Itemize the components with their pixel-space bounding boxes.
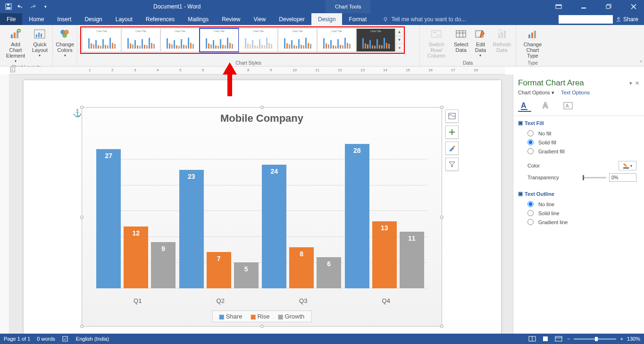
bar-rise-q1[interactable]: 12: [124, 227, 148, 288]
minimize-button[interactable]: [573, 0, 594, 13]
chart-style-5[interactable]: Chart Title: [239, 28, 278, 52]
bar-growth-q1[interactable]: 9: [151, 242, 176, 288]
bar-growth-q4[interactable]: 11: [400, 232, 424, 288]
bar-share-q1[interactable]: 27: [96, 149, 121, 288]
bar-share-q2[interactable]: 23: [179, 170, 204, 288]
undo-icon[interactable]: [17, 3, 25, 10]
bar-growth-q2[interactable]: 5: [234, 262, 259, 288]
chart-style-7[interactable]: Chart Title: [317, 28, 356, 52]
bar-rise-q3[interactable]: 8: [289, 247, 314, 288]
bar-rise-q4[interactable]: 13: [372, 221, 397, 288]
horizontal-ruler[interactable]: L 123456789101112131415161718: [9, 67, 505, 75]
tab-mailings[interactable]: Mailings: [181, 13, 215, 25]
collapse-ribbon-icon[interactable]: ^: [640, 60, 642, 65]
chart-styles-icon[interactable]: [445, 142, 459, 155]
chevron-down-icon[interactable]: ▼: [396, 36, 403, 44]
chart-title[interactable]: Mobile Company: [82, 108, 442, 125]
zoom-level[interactable]: 130%: [627, 336, 640, 342]
bar-share-q4[interactable]: 28: [345, 144, 369, 288]
bar-rise-q2[interactable]: 7: [207, 252, 231, 288]
bar-share-q3[interactable]: 24: [262, 165, 286, 288]
spellcheck-icon[interactable]: [62, 336, 69, 342]
chart-style-4[interactable]: Chart Title: [200, 28, 239, 52]
solid-fill-radio[interactable]: [527, 139, 534, 145]
web-layout-icon[interactable]: [554, 335, 563, 343]
textbox-icon[interactable]: A: [561, 101, 575, 112]
gallery-scroll[interactable]: ▲▼▾: [395, 28, 403, 52]
anchor-icon[interactable]: ⚓: [73, 109, 82, 117]
tell-me-search[interactable]: Tell me what you want to do...: [383, 13, 466, 25]
share-button[interactable]: Share: [616, 16, 638, 23]
chart-options-tab[interactable]: Chart Options ▾: [518, 90, 554, 96]
close-pane-icon[interactable]: ✕: [635, 80, 639, 86]
solid-line-radio[interactable]: [527, 210, 534, 216]
chart-plot-area[interactable]: 2712923752486281311: [96, 134, 427, 288]
tab-layout[interactable]: Layout: [109, 13, 139, 25]
tab-home[interactable]: Home: [22, 13, 50, 25]
page-indicator[interactable]: Page 1 of 1: [4, 336, 30, 342]
bar-growth-q3[interactable]: 6: [317, 257, 341, 288]
save-icon[interactable]: [5, 3, 12, 10]
word-count[interactable]: 0 words: [37, 336, 55, 342]
chart-style-1[interactable]: Chart Title: [82, 28, 121, 52]
redo-icon[interactable]: [29, 3, 37, 10]
document-canvas[interactable]: ⚓ Mobile Company 2712923752486281311 Q1Q…: [9, 75, 513, 334]
select-data-button[interactable]: Select Data: [452, 26, 470, 54]
vertical-ruler[interactable]: [0, 75, 9, 334]
chart-style-8[interactable]: Chart Title: [356, 28, 395, 52]
text-fill-outline-icon[interactable]: A: [518, 101, 531, 112]
transparency-spinner[interactable]: 0%: [609, 173, 636, 182]
chart-style-6[interactable]: Chart Title: [278, 28, 317, 52]
chart-legend[interactable]: ShareRiseGrowth: [212, 310, 312, 322]
language-indicator[interactable]: English (India): [76, 336, 109, 342]
chart-object[interactable]: Mobile Company 2712923752486281311 Q1Q2Q…: [82, 107, 442, 327]
gradient-line-radio[interactable]: [527, 219, 534, 225]
tab-insert[interactable]: Insert: [50, 13, 78, 25]
text-outline-header[interactable]: ▣Text Outline: [518, 191, 639, 197]
close-button[interactable]: [623, 0, 644, 13]
tab-references[interactable]: References: [139, 13, 181, 25]
edit-data-icon: [474, 27, 487, 41]
change-colors-button[interactable]: Change Colors▾: [54, 26, 76, 59]
task-pane-options-icon[interactable]: ▾: [629, 80, 632, 86]
chart-style-3[interactable]: Chart Title: [160, 28, 200, 52]
chart-elements-icon[interactable]: [445, 126, 459, 139]
quick-layout-button[interactable]: Quick Layout▾: [30, 26, 50, 59]
chart-filters-icon[interactable]: [445, 158, 459, 171]
svg-rect-20: [36, 34, 37, 37]
zoom-slider[interactable]: [574, 338, 616, 340]
layout-options-icon[interactable]: [445, 109, 459, 123]
zoom-in-icon[interactable]: +: [620, 336, 623, 342]
text-fill-header[interactable]: ▣Text Fill: [518, 120, 639, 126]
ribbon-display-icon[interactable]: [548, 0, 569, 13]
chevron-up-icon[interactable]: ▲: [396, 28, 403, 36]
text-options-tab[interactable]: Text Options: [561, 90, 590, 96]
tab-view[interactable]: View: [247, 13, 273, 25]
print-layout-icon[interactable]: [541, 335, 550, 343]
restore-button[interactable]: [598, 0, 619, 13]
tab-file[interactable]: File: [0, 13, 22, 25]
svg-rect-22: [41, 34, 42, 37]
tab-review[interactable]: Review: [215, 13, 247, 25]
no-fill-radio[interactable]: [527, 130, 534, 136]
chart-styles-gallery[interactable]: Chart Title Chart Title Chart Title Char…: [80, 26, 405, 54]
chart-style-2[interactable]: Chart Title: [121, 28, 160, 52]
transparency-slider[interactable]: [583, 177, 606, 178]
gallery-more-icon[interactable]: ▾: [396, 44, 403, 52]
gradient-fill-radio[interactable]: [527, 148, 534, 154]
no-line-radio[interactable]: [527, 201, 534, 207]
change-chart-type-button[interactable]: Change Chart Type: [519, 26, 546, 59]
svg-rect-33: [501, 33, 503, 38]
add-chart-element-button[interactable]: Add Chart Element▾: [3, 26, 28, 65]
tab-design[interactable]: Design: [78, 13, 109, 25]
edit-data-button[interactable]: Edit Data▾: [472, 26, 489, 59]
color-picker-button[interactable]: ▾: [619, 161, 636, 170]
tab-developer[interactable]: Developer: [272, 13, 311, 25]
tab-chart-format[interactable]: Format: [342, 13, 373, 25]
text-effects-icon[interactable]: A: [540, 101, 553, 112]
titlebar-search-box[interactable]: [559, 15, 613, 24]
qat-customize-icon[interactable]: ▾: [42, 3, 49, 10]
tab-chart-design[interactable]: Design: [311, 13, 342, 25]
read-mode-icon[interactable]: [527, 335, 537, 343]
zoom-out-icon[interactable]: −: [567, 336, 570, 342]
